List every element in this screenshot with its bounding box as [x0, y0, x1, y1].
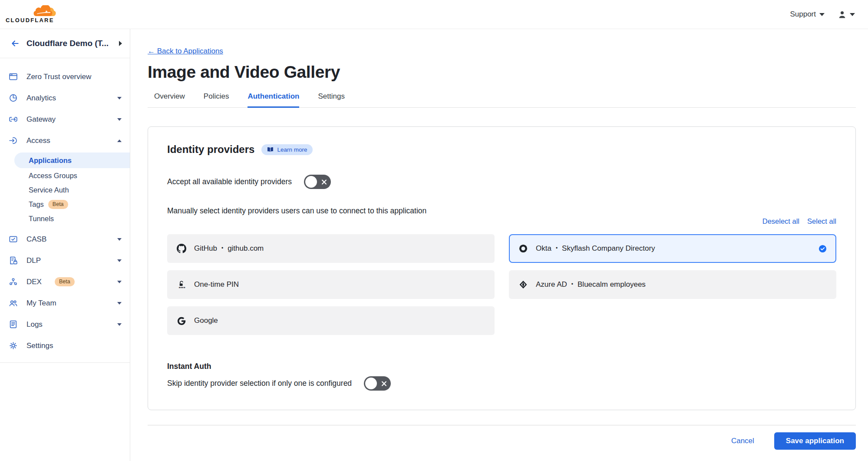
- learn-more-label: Learn more: [277, 146, 307, 153]
- instant-auth-toggle[interactable]: [364, 376, 391, 391]
- logs-document-icon: [9, 320, 18, 329]
- tab-authentication[interactable]: Authentication: [248, 92, 299, 108]
- deselect-all-link[interactable]: Deselect all: [762, 217, 799, 226]
- chevron-down-icon: [819, 13, 825, 16]
- sidebar-item-access[interactable]: Access: [0, 130, 130, 151]
- toggle-off-x-icon: [321, 179, 327, 185]
- sidebar-subnav: ApplicationsAccess GroupsService AuthTag…: [0, 151, 130, 229]
- tab-settings[interactable]: Settings: [318, 92, 344, 108]
- identity-providers-card: Identity providers Learn more Accept all…: [148, 126, 856, 410]
- provider-tile-azure-ad[interactable]: Azure AD • Bluecalm employees: [509, 270, 836, 299]
- support-label: Support: [790, 10, 816, 19]
- instant-auth-label: Skip identity provider selection if only…: [167, 379, 352, 388]
- sidebar-item-access-groups[interactable]: Access Groups: [0, 169, 130, 183]
- save-application-button[interactable]: Save application: [774, 432, 856, 450]
- book-icon: [267, 147, 274, 153]
- chevron-down-icon[interactable]: [117, 323, 122, 326]
- one-time-pin-lock-icon: ****: [177, 279, 186, 291]
- selected-check-icon: [818, 245, 827, 253]
- chevron-down-icon[interactable]: [117, 259, 122, 262]
- instant-auth-heading: Instant Auth: [167, 362, 836, 371]
- github-icon: [177, 243, 186, 254]
- sidebar: Cloudflare Demo (T... Zero Trust overvie…: [0, 29, 130, 461]
- sidebar-item-gateway[interactable]: Gateway: [0, 109, 130, 130]
- top-bar: CLOUDFLARE Support: [0, 0, 868, 29]
- sidebar-item-settings[interactable]: Settings: [0, 335, 130, 356]
- tab-policies[interactable]: Policies: [204, 92, 229, 108]
- user-icon: [838, 10, 847, 19]
- sidebar-item-my-team[interactable]: My Team: [0, 292, 130, 314]
- sidebar-nav: Zero Trust overview Analytics Gateway Ac…: [0, 58, 130, 356]
- svg-text:****: ****: [179, 285, 185, 290]
- card-heading: Identity providers: [167, 143, 254, 156]
- manual-select-label: Manually select identity providers users…: [167, 206, 836, 216]
- pie-chart-icon: [9, 93, 18, 103]
- toggle-off-x-icon: [381, 381, 387, 386]
- okta-icon: [518, 243, 528, 254]
- chevron-down-icon[interactable]: [117, 281, 122, 283]
- providers-grid: GitHub • github.com Okta • Skyflash Comp…: [167, 234, 836, 335]
- access-icon: [9, 136, 18, 145]
- chevron-down-icon[interactable]: [117, 238, 122, 241]
- select-all-link[interactable]: Select all: [807, 217, 836, 226]
- cancel-button[interactable]: Cancel: [731, 437, 754, 445]
- user-menu[interactable]: [838, 10, 855, 19]
- page-title: Image and Video Gallery: [148, 63, 856, 82]
- browser-window-icon: [9, 72, 18, 81]
- provider-tile-okta[interactable]: Okta • Skyflash Company Directory: [509, 234, 836, 263]
- chevron-up-icon[interactable]: [117, 139, 122, 142]
- accept-all-label: Accept all available identity providers: [167, 177, 292, 186]
- sidebar-item-zero-trust-overview[interactable]: Zero Trust overview: [0, 66, 130, 87]
- sidebar-item-dex[interactable]: DEX Beta: [0, 271, 130, 292]
- dex-network-icon: [9, 277, 18, 286]
- cloudflare-cloud-icon: [33, 5, 56, 17]
- sidebar-item-applications[interactable]: Applications: [14, 153, 130, 168]
- sidebar-divider: [0, 362, 130, 363]
- chevron-down-icon: [850, 13, 855, 16]
- tab-overview[interactable]: Overview: [154, 92, 185, 108]
- chevron-down-icon[interactable]: [117, 302, 122, 305]
- back-to-applications-link[interactable]: ← Back to Applications: [148, 47, 223, 56]
- sidebar-item-tunnels[interactable]: Tunnels: [0, 212, 130, 226]
- sidebar-item-analytics[interactable]: Analytics: [0, 87, 130, 109]
- gear-icon: [9, 341, 18, 350]
- provider-tile-one-time-pin[interactable]: **** One-time PIN: [167, 270, 495, 299]
- learn-more-badge[interactable]: Learn more: [261, 144, 313, 155]
- sidebar-item-dlp[interactable]: DLP: [0, 250, 130, 271]
- cloudflare-logo[interactable]: CLOUDFLARE: [6, 5, 56, 23]
- accept-all-toggle[interactable]: [304, 175, 331, 189]
- people-icon: [9, 298, 18, 308]
- sidebar-item-tags[interactable]: TagsBeta: [0, 197, 130, 212]
- toggle-knob: [305, 176, 317, 188]
- back-arrow-icon: [10, 39, 20, 48]
- chevron-down-icon[interactable]: [117, 97, 122, 99]
- beta-badge: Beta: [48, 200, 68, 209]
- toggle-knob: [365, 378, 377, 389]
- footer-divider: [148, 425, 856, 425]
- support-menu[interactable]: Support: [790, 10, 825, 19]
- sidebar-header[interactable]: Cloudflare Demo (T...: [0, 29, 130, 58]
- sidebar-item-casb[interactable]: CASB: [0, 229, 130, 250]
- gateway-icon: [9, 115, 18, 124]
- chevron-right-icon: [119, 41, 122, 46]
- account-name: Cloudflare Demo (T...: [26, 39, 112, 48]
- provider-tile-google[interactable]: Google: [167, 306, 495, 335]
- sidebar-item-logs[interactable]: Logs: [0, 314, 130, 335]
- azure-ad-icon: [518, 279, 528, 290]
- tabs: OverviewPoliciesAuthenticationSettings: [148, 92, 856, 108]
- casb-icon: [9, 235, 18, 244]
- sidebar-item-service-auth[interactable]: Service Auth: [0, 183, 130, 197]
- provider-tile-github[interactable]: GitHub • github.com: [167, 234, 495, 263]
- chevron-down-icon[interactable]: [117, 118, 122, 121]
- google-icon: [177, 315, 186, 326]
- document-lock-icon: [9, 256, 18, 265]
- beta-badge: Beta: [55, 277, 75, 286]
- cloudflare-wordmark: CLOUDFLARE: [6, 17, 54, 23]
- main-content: ← Back to Applications Image and Video G…: [130, 29, 868, 461]
